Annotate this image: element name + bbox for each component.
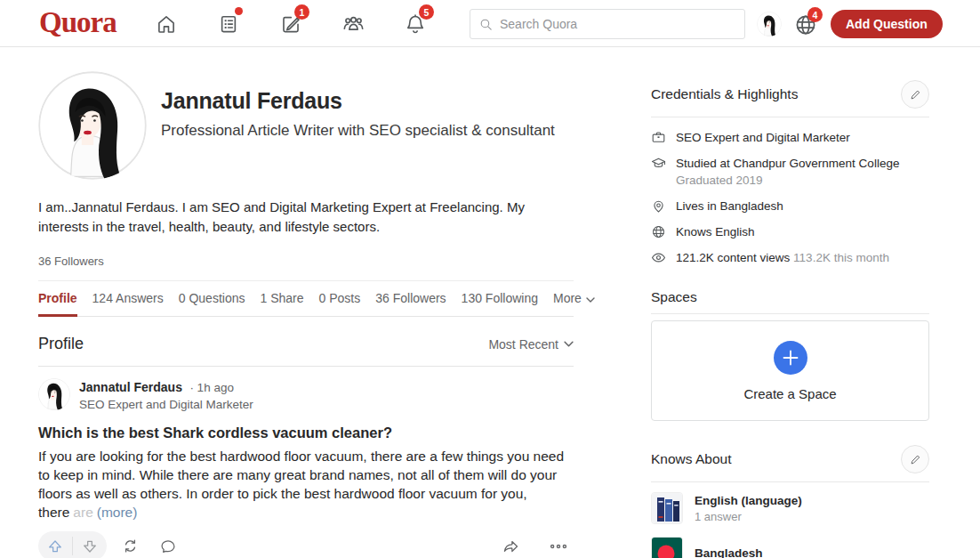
feed-post: Jannatul Ferdaus · 1h ago SEO Expert and… — [38, 367, 574, 558]
edit-credentials-button[interactable] — [901, 80, 929, 109]
create-space-label: Create a Space — [743, 386, 836, 401]
english-topic-thumbnail — [651, 492, 683, 524]
post-title[interactable]: Which is the best Shark cordless vacuum … — [38, 425, 574, 441]
edit-knows-about-button[interactable] — [901, 445, 929, 473]
bangladesh-flag-thumbnail — [651, 537, 683, 558]
graduation-cap-icon — [651, 156, 666, 189]
post-author-credential: SEO Expert and Digital Marketer — [79, 398, 253, 411]
downvote-icon — [81, 538, 99, 555]
lists-icon — [217, 12, 240, 36]
post-author-name[interactable]: Jannatul Ferdaus — [79, 380, 182, 394]
tab-shares[interactable]: 1 Share — [260, 281, 303, 316]
globe-icon — [651, 224, 666, 240]
tab-questions[interactable]: 0 Questions — [179, 281, 245, 316]
divider — [651, 117, 929, 117]
sort-dropdown[interactable]: Most Recent — [488, 337, 574, 352]
downvote-button[interactable] — [73, 531, 107, 558]
repost-button[interactable] — [115, 531, 145, 558]
tab-profile[interactable]: Profile — [38, 281, 77, 317]
knows-about-list: English (language) 1 answer Bangladesh — [651, 492, 929, 558]
home-icon — [155, 12, 178, 36]
spaces-title: Spaces — [651, 289, 697, 305]
followers-count[interactable]: 36 Followers — [38, 255, 574, 268]
credential-language[interactable]: Knows English — [651, 223, 929, 240]
knows-about-title: Knows About — [651, 451, 731, 467]
profile-menu-avatar[interactable] — [757, 12, 782, 36]
profile-tagline: Professional Article Writer with SEO spe… — [161, 122, 555, 140]
language-nav-button[interactable]: 4 — [791, 11, 820, 39]
profile-tabbar: Profile 124 Answers 0 Questions 1 Share … — [38, 280, 574, 317]
add-question-button[interactable]: Add Question — [831, 10, 943, 38]
credentials-list: SEO Expert and Digital Marketer Studied … — [651, 129, 929, 266]
comment-button[interactable] — [153, 531, 183, 558]
plus-icon — [774, 341, 807, 375]
groups-icon — [341, 12, 365, 36]
repost-icon — [121, 537, 140, 555]
more-link[interactable]: (more) — [97, 505, 138, 520]
credential-education[interactable]: Studied at Chandpur Government College G… — [651, 155, 929, 189]
search-box — [470, 9, 745, 39]
top-nav: Quora 1 — [0, 0, 980, 47]
notifications-badge: 5 — [419, 4, 434, 20]
pencil-icon — [909, 453, 922, 466]
divider — [651, 313, 929, 314]
knows-about-bangladesh[interactable]: Bangladesh — [651, 537, 929, 558]
credential-location[interactable]: Lives in Bangladesh — [651, 198, 929, 214]
upvote-icon — [46, 538, 64, 555]
credentials-title: Credentials & Highlights — [651, 86, 798, 102]
more-dots-icon — [549, 537, 568, 556]
tab-following[interactable]: 130 Following — [462, 281, 538, 316]
comment-icon — [159, 538, 177, 555]
post-action-bar — [38, 531, 574, 558]
share-button[interactable] — [496, 531, 526, 558]
eye-icon — [651, 250, 666, 266]
language-badge: 4 — [807, 7, 823, 22]
divider — [651, 481, 929, 482]
tab-followers[interactable]: 36 Followers — [375, 281, 446, 316]
following-badge-dot — [235, 7, 243, 15]
credential-employment[interactable]: SEO Expert and Digital Marketer — [651, 129, 929, 146]
tab-more[interactable]: More — [553, 281, 595, 316]
briefcase-icon — [651, 130, 666, 146]
post-timestamp: · 1h ago — [189, 381, 234, 394]
answer-nav-button[interactable]: 1 — [272, 9, 309, 39]
credential-views[interactable]: 121.2K content views 113.2K this month — [651, 249, 929, 266]
feed-section-title: Profile — [38, 335, 84, 353]
profile-name: Jannatul Ferdaus — [161, 88, 555, 114]
post-body: If you are looking for the best hardwood… — [38, 447, 574, 522]
pencil-icon — [909, 88, 922, 101]
following-nav-button[interactable] — [210, 9, 247, 39]
upvote-button[interactable] — [38, 531, 72, 558]
post-body-fade: are — [73, 505, 92, 520]
profile-bio: I am..Jannatul Ferdaus. I am SEO and Dig… — [38, 198, 574, 236]
search-icon — [478, 17, 494, 32]
tab-posts[interactable]: 0 Posts — [319, 281, 361, 316]
chevron-down-icon — [586, 297, 595, 303]
profile-header: Jannatul Ferdaus Professional Article Wr… — [38, 71, 574, 180]
answer-badge: 1 — [294, 4, 309, 20]
home-nav-button[interactable] — [148, 9, 185, 39]
more-options-button[interactable] — [543, 531, 574, 558]
profile-avatar[interactable] — [38, 71, 147, 180]
share-icon — [502, 538, 520, 555]
quora-logo[interactable]: Quora — [39, 6, 116, 39]
notifications-nav-button[interactable]: 5 — [397, 9, 434, 39]
search-input[interactable] — [500, 17, 722, 31]
spaces-nav-button[interactable] — [334, 9, 372, 39]
chevron-down-icon — [564, 341, 574, 347]
tab-answers[interactable]: 124 Answers — [92, 281, 164, 316]
knows-about-english[interactable]: English (language) 1 answer — [651, 492, 929, 524]
create-space-card[interactable]: Create a Space — [651, 320, 929, 421]
post-author-avatar[interactable] — [38, 378, 70, 410]
location-pin-icon — [651, 198, 666, 214]
